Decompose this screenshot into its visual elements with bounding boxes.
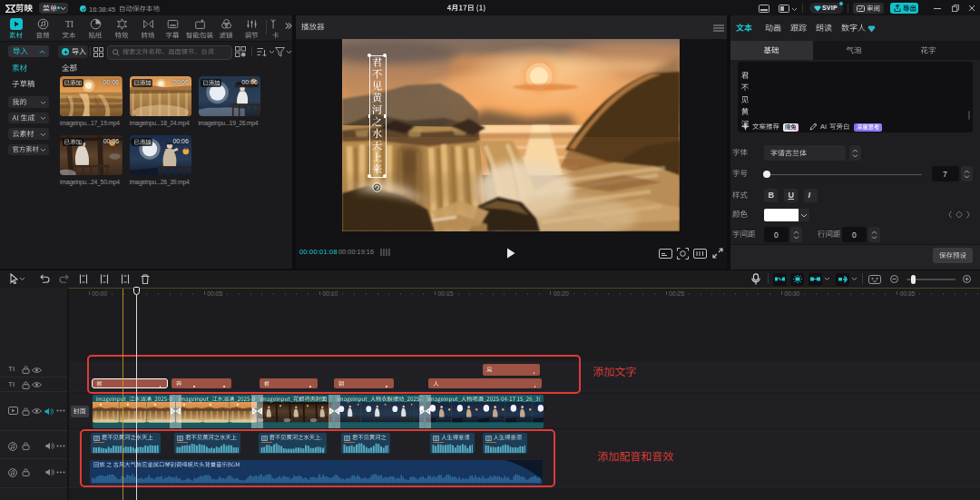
svg-text:TI: TI (64, 18, 73, 28)
